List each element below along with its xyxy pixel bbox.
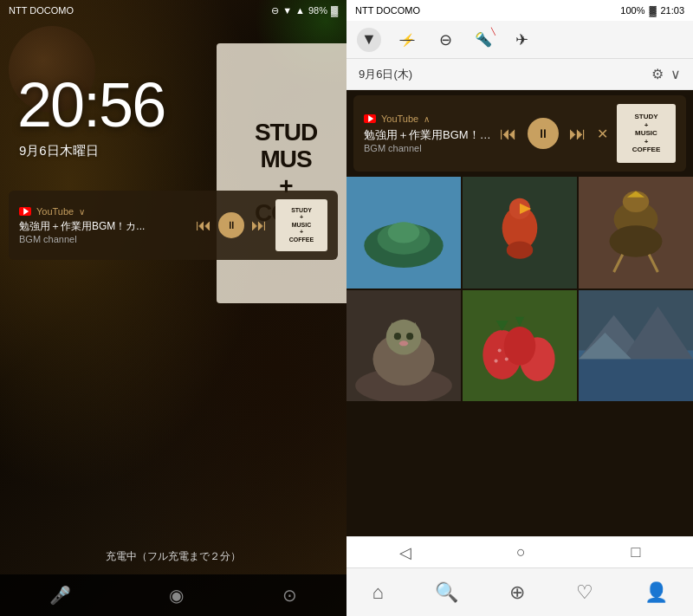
svg-point-3	[388, 222, 420, 243]
photo-strawberry[interactable]	[463, 290, 577, 402]
notif-header: YouTube ∨	[19, 206, 187, 217]
photo-mountains[interactable]	[579, 290, 693, 402]
mic-icon[interactable]: 🎤	[49, 585, 71, 606]
shade-skip-next-button[interactable]: ⏭	[569, 124, 586, 144]
right-sys-nav: ◁ ○ □	[346, 536, 693, 567]
right-statusbar-right: 100% ▓ 21:03	[620, 5, 684, 16]
settings-icon[interactable]: ⚙	[651, 66, 664, 82]
shade-date-row: 9月6日(木) ⚙ ∨	[346, 59, 693, 90]
flashlight-qs-icon[interactable]: 🔦 ╲	[471, 28, 495, 52]
shade-notif-thumbnail: STUDY+MUSIC+COFFEE	[617, 104, 676, 163]
shade-notif-controls: ⏮ ⏸ ⏭ ✕	[500, 118, 608, 149]
shade-skip-prev-button[interactable]: ⏮	[500, 124, 517, 144]
svg-point-28	[504, 327, 536, 366]
photo-eagle[interactable]	[579, 177, 693, 289]
photo-island[interactable]	[346, 177, 461, 289]
notification-card[interactable]: YouTube ∨ 勉強用＋作業用BGM！カ... BGM channel ⏮ …	[9, 191, 338, 260]
left-statusbar: NTT DOCOMO ⊖ ▼ ▲ 98% ▓	[0, 0, 346, 21]
photo-bird-red[interactable]	[463, 177, 577, 289]
svg-point-33	[495, 359, 498, 362]
right-navbar: ⌂ 🔍 ⊕ ♡ 👤	[346, 567, 693, 616]
heart-nav-icon[interactable]: ♡	[576, 581, 593, 604]
bluetooth-qs-icon[interactable]: ⚡	[395, 28, 419, 52]
shade-close-button[interactable]: ✕	[597, 126, 608, 142]
battery-icon: ▓	[331, 5, 338, 16]
statusbar-right: ⊖ ▼ ▲ 98% ▓	[271, 5, 338, 16]
wifi-qs-icon[interactable]: ▼	[357, 28, 381, 52]
shade-youtube-icon	[364, 114, 376, 123]
shade-notif-app: YouTube	[381, 113, 418, 124]
notif-chevron: ∨	[79, 207, 85, 217]
shade-date: 9月6日(木)	[359, 67, 412, 82]
add-nav-icon[interactable]: ⊕	[509, 581, 525, 604]
home-button[interactable]: ○	[516, 543, 526, 561]
right-carrier-text: NTT DOCOMO	[355, 5, 420, 16]
study-card: STUDMUS+COFF	[217, 43, 346, 303]
back-button[interactable]: ◁	[399, 543, 411, 562]
airplane-qs-icon[interactable]: ✈	[509, 28, 534, 52]
skip-prev-button[interactable]: ⏮	[196, 217, 211, 235]
minus-icon: ⊖	[271, 5, 279, 16]
carrier-text: NTT DOCOMO	[9, 5, 74, 16]
shade-notif-chevron: ∧	[424, 114, 430, 124]
right-battery-level: 100%	[620, 5, 644, 16]
search-nav-icon[interactable]: 🔍	[435, 581, 458, 604]
signal-icon: ▲	[295, 5, 305, 16]
notif-title: 勉強用＋作業用BGM！カ...	[19, 219, 187, 234]
charging-text: 充電中（フル充電まで２分）	[0, 549, 346, 564]
shade-expand-icon[interactable]: ∨	[670, 66, 681, 82]
notif-app-name: YouTube	[36, 206, 74, 217]
wifi-icon: ▼	[282, 5, 292, 16]
shade-notif-info: YouTube ∧ 勉強用＋作業用BGM！カフェミュー... BGM chann…	[364, 113, 491, 153]
right-time: 21:03	[660, 5, 684, 16]
shade-notif-subtitle: BGM channel	[364, 143, 491, 153]
svg-point-8	[507, 241, 533, 258]
profile-nav-icon[interactable]: 👤	[644, 581, 668, 604]
notif-controls: ⏮ ⏸ ⏭	[196, 212, 267, 238]
right-panel: NTT DOCOMO 100% ▓ 21:03 ▼ ⚡ ⊖ 🔦 ╲ ✈ 9月6日…	[346, 0, 693, 616]
shade-notif-title: 勉強用＋作業用BGM！カフェミュー...	[364, 127, 491, 143]
svg-point-13	[610, 225, 663, 257]
notif-thumbnail: STUDY+MUSIC+COFFEE	[275, 199, 327, 251]
home-nav-icon[interactable]: ⌂	[372, 581, 383, 604]
svg-rect-39	[579, 359, 693, 401]
notif-subtitle: BGM channel	[19, 234, 187, 244]
recents-button[interactable]: □	[631, 543, 640, 561]
left-panel: STUDMUS+COFF NTT DOCOMO ⊖ ▼ ▲ 98% ▓ 20:5…	[0, 0, 346, 616]
svg-point-22	[394, 333, 401, 340]
lock-date: 9月6日木曜日	[19, 143, 99, 159]
battery-level: 98%	[308, 5, 327, 16]
notif-info: YouTube ∨ 勉強用＋作業用BGM！カ... BGM channel	[19, 206, 187, 244]
right-statusbar: NTT DOCOMO 100% ▓ 21:03	[346, 0, 693, 21]
camera-icon[interactable]: ⊙	[282, 585, 297, 606]
shade-notif-header: YouTube ∧	[364, 113, 491, 124]
svg-point-32	[505, 357, 508, 360]
youtube-icon	[19, 207, 31, 216]
right-battery-icon: ▓	[649, 5, 656, 16]
skip-next-button[interactable]: ⏭	[251, 217, 267, 235]
lock-clock: 20:56	[17, 69, 165, 140]
dnd-qs-icon[interactable]: ⊖	[433, 28, 457, 52]
shade-pause-button[interactable]: ⏸	[528, 118, 559, 149]
quick-settings-bar: ▼ ⚡ ⊖ 🔦 ╲ ✈	[346, 21, 693, 59]
svg-point-23	[406, 333, 413, 340]
shade-notification[interactable]: YouTube ∧ 勉強用＋作業用BGM！カフェミュー... BGM chann…	[353, 95, 686, 172]
svg-point-31	[498, 348, 502, 352]
svg-point-24	[399, 340, 408, 346]
photo-cat[interactable]	[346, 290, 461, 402]
pause-button[interactable]: ⏸	[218, 212, 244, 238]
left-navbar: 🎤 ◉ ⊙	[0, 574, 346, 616]
fingerprint-icon[interactable]: ◉	[169, 585, 184, 606]
photo-grid	[346, 177, 693, 515]
